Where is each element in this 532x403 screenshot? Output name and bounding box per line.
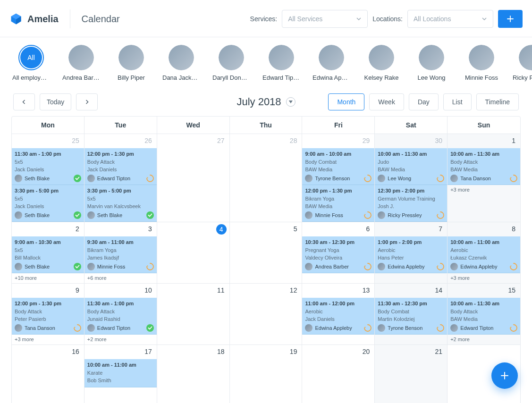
day-number: 18 [217, 348, 225, 355]
calendar-cell[interactable]: 39:30 am - 11:00 amBikram YogaJames Ikad… [84, 222, 157, 284]
avatar [118, 45, 144, 70]
event-employee: Edwina Appleby [460, 263, 497, 271]
calendar-cell[interactable]: 12 [230, 284, 303, 345]
calendar-event[interactable]: 11:30 am - 1:00 pmBody AttackJunaid Rash… [84, 298, 157, 335]
calendar-event[interactable]: 10:00 am - 11:00 amKarateBob Smith [84, 359, 157, 387]
fab-add-button[interactable] [491, 362, 518, 389]
employee-name: Minnie Foss [465, 74, 498, 81]
prev-button[interactable] [13, 93, 35, 110]
locations-select[interactable]: All Locations [407, 10, 493, 28]
calendar-event[interactable]: 10:00 am - 11:00 amAerobicŁukasz Czerwik… [448, 236, 520, 273]
day-number: 26 [144, 137, 152, 144]
employee-filter-8[interactable]: Lee Wong [414, 45, 449, 81]
employee-avatar [378, 324, 385, 332]
calendar-cell[interactable]: 3010:00 am - 11:30 amJudoBAW MediaLee Wo… [375, 134, 448, 222]
calendar-event[interactable]: 10:00 am - 11:30 amBody AttackBAW MediaE… [448, 298, 520, 335]
more-events-link[interactable]: +2 more [84, 335, 157, 344]
calendar-event[interactable]: 9:30 am - 11:00 amBikram YogaJames Ikads… [84, 236, 157, 273]
event-customer: Bob Smith [87, 377, 154, 385]
add-button[interactable] [498, 10, 523, 28]
calendar-event[interactable]: 11:30 am - 12:30 pmBody CombatMartin Kol… [375, 298, 447, 335]
calendar-cell[interactable]: 1011:30 am - 1:00 pmBody AttackJunaid Ra… [84, 284, 157, 345]
employee-filter-1[interactable]: Andrea Barber [63, 45, 99, 81]
calendar-cell[interactable]: 1510:00 am - 11:30 amBody AttackBAW Medi… [448, 284, 520, 345]
view-list[interactable]: List [443, 93, 472, 110]
more-events-link[interactable]: +3 more [12, 335, 84, 344]
calendar-event[interactable]: 3:30 pm - 5:00 pm5x5Marvin van Kalcvsbee… [84, 185, 157, 222]
employee-filter-9[interactable]: Minnie Foss [464, 45, 499, 81]
event-customer: Jack Daniels [87, 166, 154, 174]
calendar-event[interactable]: 12:00 pm - 1:30 pmBikram YogaBAW MediaMi… [302, 185, 374, 222]
today-button[interactable]: Today [40, 93, 71, 110]
calendar-cell[interactable]: 1311:00 am - 12:00 pmAerobicJack Daniels… [302, 284, 375, 345]
calendar-cell[interactable]: 11 [157, 284, 230, 345]
next-button[interactable] [76, 93, 98, 110]
event-employee: Edward Tipton [97, 175, 130, 183]
calendar-cell[interactable]: 2612:00 pm - 1:30 pmBody AttackJack Dani… [84, 134, 157, 222]
calendar-cell[interactable]: 610:30 am - 12:30 pmPregnant YogaValdecy… [302, 222, 375, 284]
calendar-cell[interactable]: 4 [157, 222, 230, 284]
calendar-cell[interactable]: 28 [230, 134, 303, 222]
event-time: 10:00 am - 11:00 am [450, 238, 517, 246]
calendar-event[interactable]: 10:00 am - 11:30 amBody AttackBAW MediaT… [448, 148, 520, 185]
calendar-cell[interactable]: 29:00 am - 10:30 am5x5Bill MallockSeth B… [12, 222, 84, 284]
more-events-link[interactable]: +6 more [84, 273, 157, 283]
day-number: 7 [439, 225, 442, 233]
employee-filter-4[interactable]: Daryll Donov… [213, 45, 249, 81]
calendar-event[interactable]: 10:00 am - 11:30 amJudoBAW MediaLee Wong [375, 148, 447, 185]
calendar-event[interactable]: 12:00 pm - 1:30 pmBody AttackPeter Pasie… [12, 298, 84, 335]
employee-filter-7[interactable]: Kelsey Rake [363, 45, 399, 81]
day-number: 28 [290, 137, 297, 144]
check-icon [74, 175, 81, 182]
app-logo[interactable]: Amelia [9, 9, 70, 28]
employee-filter-5[interactable]: Edward Tipton [263, 45, 299, 81]
calendar-cell[interactable]: 810:00 am - 11:00 amAerobicŁukasz Czerwi… [448, 222, 520, 284]
calendar-event[interactable]: 1:00 pm - 2:00 pmAerobicHans PeterEdwina… [375, 236, 447, 273]
calendar-cell[interactable]: 27 [157, 134, 230, 222]
calendar-event[interactable]: 12:00 pm - 1:30 pmBody AttackJack Daniel… [84, 148, 157, 185]
calendar-cell[interactable]: 21 [375, 345, 448, 403]
employee-filter-2[interactable]: Billy Piper [113, 45, 149, 81]
calendar-cell[interactable]: 71:00 pm - 2:00 pmAerobicHans PeterEdwin… [375, 222, 448, 284]
employee-filter-6[interactable]: Edwina Appl… [313, 45, 349, 81]
calendar-cell[interactable]: 1411:30 am - 12:30 pmBody CombatMartin K… [375, 284, 448, 345]
calendar-cell[interactable]: 20 [302, 345, 375, 403]
event-customer: BAW Media [305, 202, 372, 210]
more-events-link[interactable]: +2 more [448, 335, 520, 344]
more-events-link[interactable]: +3 more [448, 273, 520, 283]
calendar-event[interactable]: 12:30 pm - 2:00 pmGerman Volume Training… [375, 185, 447, 222]
calendar-cell[interactable]: 5 [230, 222, 303, 284]
calendar-event[interactable]: 3:30 pm - 5:00 pm5x5Jack DanielsSeth Bla… [12, 185, 84, 222]
month-dropdown[interactable] [286, 97, 296, 107]
employee-filter-all[interactable]: AllAll employees [13, 45, 49, 81]
refresh-icon [437, 175, 444, 182]
calendar-event[interactable]: 10:30 am - 12:30 pmPregnant YogaValdecy … [302, 236, 374, 273]
employee-avatar [87, 324, 95, 332]
calendar-cell[interactable]: 2511:30 am - 1:00 pm5x5Jack DanielsSeth … [12, 134, 84, 222]
day-number: 20 [363, 348, 370, 355]
calendar-cell[interactable]: 19 [230, 345, 303, 403]
calendar-event[interactable]: 11:00 am - 12:00 pmAerobicJack DanielsEd… [302, 298, 374, 335]
calendar-cell[interactable]: 1710:00 am - 11:00 amKarateBob Smith [84, 345, 157, 403]
calendar-event[interactable]: 9:00 am - 10:30 am5x5Bill MallockSeth Bl… [12, 236, 84, 273]
calendar-event[interactable]: 9:00 am - 10:00 amBody CombatBAW MediaTy… [302, 148, 374, 185]
view-day[interactable]: Day [409, 93, 439, 110]
view-week[interactable]: Week [369, 93, 404, 110]
chevron-down-icon [356, 16, 362, 22]
employee-filter-3[interactable]: Dana Jackson [163, 45, 199, 81]
avatar [469, 45, 494, 70]
calendar-cell[interactable]: 16 [12, 345, 84, 403]
view-month[interactable]: Month [328, 93, 364, 110]
event-service: Body Attack [87, 308, 154, 316]
services-select[interactable]: All Services [282, 10, 368, 28]
calendar-cell[interactable]: 110:00 am - 11:30 amBody AttackBAW Media… [448, 134, 520, 222]
more-events-link[interactable]: +3 more [448, 185, 520, 194]
calendar-cell[interactable]: 18 [157, 345, 230, 403]
more-events-link[interactable]: +10 more [12, 273, 84, 283]
view-timeline[interactable]: Timeline [476, 93, 519, 110]
calendar-event[interactable]: 11:30 am - 1:00 pm5x5Jack DanielsSeth Bl… [12, 148, 84, 185]
calendar-cell[interactable]: 299:00 am - 10:00 amBody CombatBAW Media… [302, 134, 375, 222]
refresh-icon [146, 175, 154, 182]
calendar-cell[interactable]: 912:00 pm - 1:30 pmBody AttackPeter Pasi… [12, 284, 84, 345]
employee-filter-10[interactable]: Ricky Pressley [514, 45, 532, 81]
